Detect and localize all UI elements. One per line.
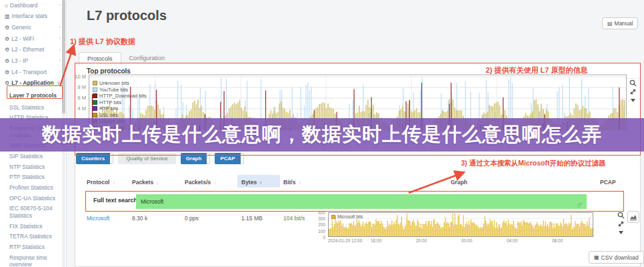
csv-download-button[interactable]: ▦ CSV download xyxy=(589,251,644,264)
column-header-protocol[interactable]: Protocol ↕ xyxy=(87,179,115,186)
column-header-bytes[interactable]: Bytes ▾ xyxy=(241,179,262,186)
sparkline-legend: Microsoft bits xyxy=(331,214,363,219)
sidebar-item-l4-transport[interactable]: ⚙L4 - Transport‹ xyxy=(0,67,66,78)
sidebar-item-sip-statistics[interactable]: SIP Statistics xyxy=(0,151,66,162)
sidebar-item-ntp-statistics[interactable]: NTP Statistics xyxy=(0,162,66,172)
sidebar-item-profinet-statistics[interactable]: Profinet Statistics xyxy=(0,183,66,194)
book-icon: ▤ xyxy=(607,21,613,27)
y-tick-label: 8 M xyxy=(65,84,86,90)
chart-icon: ▥ xyxy=(5,13,10,19)
chart-zoom-icon[interactable] xyxy=(629,79,637,87)
sparkline-y-tick: 400 xyxy=(315,210,325,215)
legend-item: Unknown bits xyxy=(93,80,147,87)
sparkline-resize-icon[interactable] xyxy=(617,220,625,228)
counters-button-tail xyxy=(110,153,113,164)
row-bitrate: 104 bit/s xyxy=(283,215,305,222)
tab-bar: ProtocolsConfiguration xyxy=(79,52,173,65)
sidebar-item-rtp-statistics[interactable]: RTP Statistics xyxy=(0,242,66,252)
legend-item: RTP bits xyxy=(93,105,147,112)
tab-configuration[interactable]: Configuration xyxy=(121,52,173,65)
sparkline-x-tick: 2024-01-29 12:00 xyxy=(328,238,362,243)
sparkline-menu-caret-icon[interactable] xyxy=(617,229,625,236)
y-tick-label: 10 M xyxy=(65,73,86,79)
sort-icon: ↕ xyxy=(299,180,301,185)
sidebar-item-generic[interactable]: ⚙Generic‹ xyxy=(0,22,66,33)
sparkline-y-tick: 200 xyxy=(315,222,325,227)
microsoft-sparkline-chart[interactable] xyxy=(328,212,593,237)
sidebar-item-l2-ethernet[interactable]: ⚙L2 - Ethernet‹ xyxy=(0,45,66,56)
sort-icon: ▾ xyxy=(260,180,263,185)
column-header-packets-s[interactable]: Packets/s ↕ xyxy=(185,179,216,186)
sidebar-item-tetra-statistics[interactable]: TETRA Statistics xyxy=(0,232,66,242)
pcap-button-tail xyxy=(241,153,244,164)
tab-protocols[interactable]: Protocols xyxy=(79,52,121,65)
sidebar-item-response-time-overview[interactable]: Response time overview xyxy=(0,252,66,267)
page-title: L7 protocols xyxy=(87,8,167,23)
table-grid-icon: ▦ xyxy=(594,254,599,260)
sidebar-item-l7-application[interactable]: ⚙L7 - Application∨ xyxy=(0,78,66,89)
search-input[interactable] xyxy=(136,194,587,209)
sparkline-legend-swatch xyxy=(331,215,335,219)
pcap-button[interactable]: PCAP xyxy=(215,153,240,164)
sparkline-download-button[interactable] xyxy=(627,211,639,223)
gear-icon: ⚙ xyxy=(5,36,9,42)
manual-button[interactable]: ▤ Manual xyxy=(602,17,638,29)
app-window: ⌂Dashboard‹▥Interface stats⚙Generic‹⚙L2 … xyxy=(0,0,644,267)
graph-button[interactable]: Graph xyxy=(181,153,207,164)
csv-download-label: CSV download xyxy=(601,254,639,261)
chevron-icon: ‹ xyxy=(59,57,61,65)
search-input-resize-grip[interactable] xyxy=(577,202,583,208)
chevron-icon: ∨ xyxy=(57,80,61,87)
sparkline-y-tick: 0 xyxy=(315,235,325,240)
chart-download-icon xyxy=(629,213,637,221)
manual-button-label: Manual xyxy=(615,20,633,27)
chevron-icon: ‹ xyxy=(59,69,61,76)
sidebar-item-interface-stats[interactable]: ▥Interface stats xyxy=(0,11,66,23)
sparkline-x-tick: 08:00 xyxy=(552,238,563,243)
sparkline-x-tick: 20:00 xyxy=(416,238,427,243)
chevron-icon: ‹ xyxy=(59,24,61,31)
legend-item: HTTP_Download bits xyxy=(93,93,147,99)
row-protocol-link[interactable]: Microsoft xyxy=(87,215,109,222)
gear-icon: ⚙ xyxy=(5,80,9,86)
row-packets-s: 0 pps xyxy=(185,215,199,222)
legend-swatch xyxy=(93,100,97,105)
sparkline-x-tick: 16:00 xyxy=(371,238,381,243)
dashboard-icon: ⌂ xyxy=(5,3,8,9)
column-header-pcap: PCAP xyxy=(600,179,616,186)
sidebar-item-ptp-statistics[interactable]: PTP Statistics xyxy=(0,172,66,183)
column-header-graph: Graph xyxy=(451,179,467,186)
sort-icon: ↕ xyxy=(214,180,217,185)
sidebar-item-ssl-statistics[interactable]: SSL Statistics xyxy=(0,102,66,113)
legend-swatch xyxy=(93,113,97,117)
graph-button-tail xyxy=(207,153,210,164)
qos-button[interactable]: Quality of Service xyxy=(118,153,176,164)
column-header-bit-s[interactable]: Bit/s ↕ xyxy=(283,179,301,186)
sort-icon: ↕ xyxy=(157,180,159,185)
watermark-text: 数据实时上传是什么意思啊，数据实时上传是什么意思啊怎么弄 xyxy=(42,121,602,148)
sidebar-item-l3-ip[interactable]: ⚙L3 - IP‹ xyxy=(0,55,66,67)
counters-button[interactable]: Counters xyxy=(76,153,110,164)
chart-menu-caret-icon[interactable] xyxy=(629,97,637,104)
watermark-banner: 数据实时上传是什么意思啊，数据实时上传是什么意思啊怎么弄 xyxy=(0,118,644,152)
annotation-1: 1) 提供 L7 协议数据 xyxy=(70,37,135,47)
full-text-search-label: Full text search xyxy=(93,197,137,204)
chevron-icon: ‹ xyxy=(59,35,61,43)
legend-swatch xyxy=(93,93,97,98)
sidebar-item-l2-wifi[interactable]: ⚙L2 - WiFi‹ xyxy=(0,33,66,45)
sparkline-y-tick: 300 xyxy=(315,216,325,221)
chart-resize-icon[interactable] xyxy=(629,88,637,95)
sidebar-item-opc-ua-statistics[interactable]: OPC-UA Statistics xyxy=(0,193,66,204)
sparkline-x-tick: 04:00 xyxy=(507,238,517,243)
chevron-icon: ‹ xyxy=(59,47,61,54)
column-header-packets[interactable]: Packets ↕ xyxy=(132,179,159,186)
legend-item: SSL bits xyxy=(93,112,147,119)
gear-icon: ⚙ xyxy=(5,58,9,64)
sidebar-item-layer-7-protocols[interactable]: Layer 7 protocols xyxy=(0,91,66,101)
sidebar-item-fix-statistics[interactable]: FIX Statistics xyxy=(0,221,66,232)
sparkline-y-tick: 100 xyxy=(315,229,325,234)
sparkline-zoom-icon[interactable] xyxy=(617,212,625,219)
sidebar-item-iec-60870-5-104-statistics[interactable]: IEC 60870-5-104 Statistics xyxy=(0,204,66,221)
sidebar-item-dashboard[interactable]: ⌂Dashboard‹ xyxy=(0,0,66,11)
row-bytes: 1.15 MB xyxy=(241,215,263,222)
